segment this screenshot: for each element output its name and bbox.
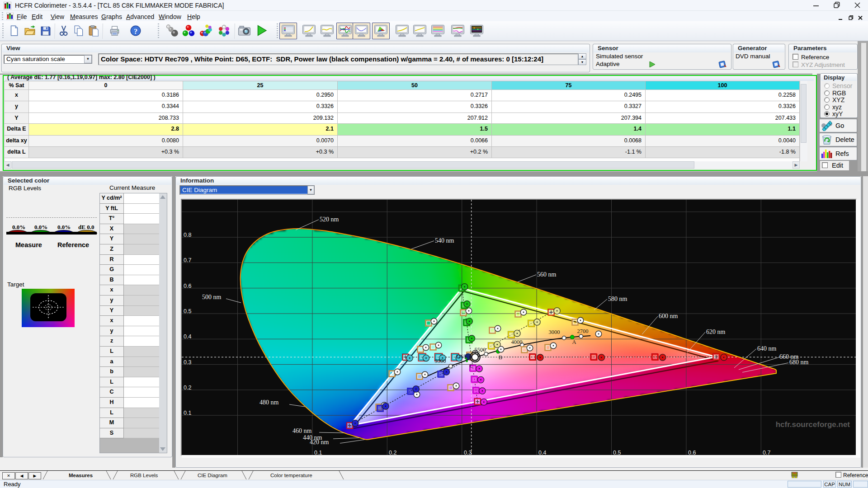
svg-text:9300: 9300 <box>435 358 446 364</box>
svg-text:0.4: 0.4 <box>184 333 191 340</box>
svg-text:540 nm: 540 nm <box>435 237 454 244</box>
svg-text:0.3: 0.3 <box>184 359 191 366</box>
svg-text:C: C <box>470 363 473 369</box>
svg-text:0.7: 0.7 <box>763 450 770 455</box>
svg-text:0.1: 0.1 <box>184 410 191 416</box>
svg-text:0.5: 0.5 <box>184 308 191 314</box>
svg-text:2700: 2700 <box>577 328 589 334</box>
svg-text:0.1: 0.1 <box>314 450 322 455</box>
svg-text:0.6: 0.6 <box>688 450 696 455</box>
svg-text:600 nm: 600 nm <box>659 313 678 319</box>
svg-text:A: A <box>572 339 576 345</box>
svg-text:580 nm: 580 nm <box>608 296 627 302</box>
svg-text:620 nm: 620 nm <box>706 328 726 335</box>
svg-text:0.2: 0.2 <box>184 385 191 391</box>
svg-text:460 nm: 460 nm <box>292 427 312 434</box>
svg-text:B: B <box>499 354 502 361</box>
svg-text:0.5: 0.5 <box>613 450 621 455</box>
svg-text:hcfr.sourceforge.net: hcfr.sourceforge.net <box>776 420 850 429</box>
svg-text:0.7: 0.7 <box>184 257 191 263</box>
svg-text:5500: 5500 <box>475 347 486 353</box>
svg-text:480 nm: 480 nm <box>259 399 279 406</box>
svg-text:0.6: 0.6 <box>184 283 191 289</box>
svg-text:D65: D65 <box>456 353 467 360</box>
svg-text:0.4: 0.4 <box>538 450 546 455</box>
svg-text:3000: 3000 <box>549 329 560 335</box>
svg-text:640 nm: 640 nm <box>757 345 777 352</box>
svg-text:560 nm: 560 nm <box>537 271 557 278</box>
svg-text:0.2: 0.2 <box>389 450 396 455</box>
svg-text:500 nm: 500 nm <box>202 294 222 300</box>
svg-text:420 nm: 420 nm <box>310 439 329 446</box>
svg-text:520 nm: 520 nm <box>320 216 339 223</box>
svg-text:4000: 4000 <box>511 339 523 345</box>
svg-text:?: ? <box>134 28 137 36</box>
svg-text:0.8: 0.8 <box>184 232 191 238</box>
svg-text:680 nm: 680 nm <box>789 359 809 366</box>
svg-text:0.3: 0.3 <box>464 450 472 455</box>
